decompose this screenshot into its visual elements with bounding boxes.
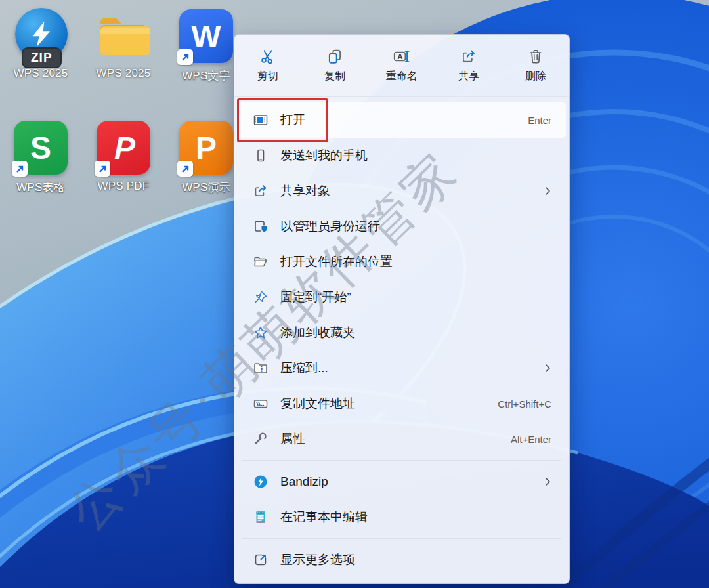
menu-item-compress-to[interactable]: 压缩到... bbox=[238, 350, 566, 386]
wrench-icon bbox=[252, 431, 269, 447]
wps-sheet-icon: S bbox=[14, 121, 68, 175]
icon-label: WPS PDF bbox=[83, 180, 164, 193]
copy-button[interactable]: 复制 bbox=[303, 38, 367, 93]
menu-item-bandizip[interactable]: Bandizip bbox=[238, 464, 566, 499]
icon-label: WPS 2025 bbox=[0, 67, 81, 80]
menu-item-edit-in-notepad[interactable]: 在记事本中编辑 bbox=[238, 499, 566, 535]
wps-show-icon: P bbox=[179, 121, 233, 175]
shortcut-arrow-icon bbox=[95, 161, 110, 177]
shortcut-arrow-icon bbox=[177, 49, 193, 65]
submenu-chevron-icon bbox=[542, 186, 553, 196]
desktop-icon-wps-zip[interactable]: ZIP WPS 2025 bbox=[0, 8, 81, 80]
notepad-icon bbox=[252, 509, 269, 525]
scissors-icon bbox=[259, 48, 276, 65]
star-icon bbox=[252, 325, 269, 341]
shortcut-hint: Ctrl+Shift+C bbox=[498, 398, 551, 410]
icon-label: WPS表格 bbox=[0, 180, 81, 195]
menu-item-send-to-phone[interactable]: 发送到我的手机 bbox=[238, 138, 566, 173]
menu-item-run-as-admin[interactable]: 以管理员身份运行 bbox=[238, 209, 566, 244]
admin-shield-icon bbox=[252, 219, 269, 234]
icon-label: WPS 2025 bbox=[83, 67, 164, 80]
wps-pdf-icon: P bbox=[97, 121, 150, 175]
desktop-icon-wps-sheet[interactable]: S WPS表格 bbox=[0, 119, 81, 195]
rename-icon: A bbox=[393, 48, 411, 65]
submenu-chevron-icon bbox=[542, 363, 553, 373]
trash-icon bbox=[527, 48, 544, 65]
menu-separator bbox=[242, 460, 561, 461]
menu-item-add-to-favorites[interactable]: 添加到收藏夹 bbox=[238, 315, 566, 350]
bandizip-icon bbox=[252, 474, 269, 490]
context-menu: 剪切 复制 A 重命名 共享 bbox=[234, 34, 570, 584]
more-options-icon bbox=[252, 552, 269, 568]
share-icon bbox=[252, 183, 269, 199]
quick-action-bar: 剪切 复制 A 重命名 共享 bbox=[234, 35, 569, 97]
open-folder-icon bbox=[252, 254, 269, 270]
menu-item-share-with[interactable]: 共享对象 bbox=[238, 173, 566, 209]
menu-item-properties[interactable]: 属性 Alt+Enter bbox=[238, 421, 566, 457]
shortcut-arrow-icon bbox=[12, 161, 28, 177]
folder-icon bbox=[95, 8, 152, 64]
menu-item-copy-file-path[interactable]: 复制文件地址 Ctrl+Shift+C bbox=[238, 386, 566, 421]
submenu-chevron-icon bbox=[542, 476, 553, 487]
share-button[interactable]: 共享 bbox=[437, 38, 501, 93]
menu-list: 打开 Enter 发送到我的手机 共享对象 bbox=[234, 97, 569, 580]
shortcut-hint: Enter bbox=[528, 115, 551, 126]
pin-icon bbox=[252, 289, 269, 305]
cut-button[interactable]: 剪切 bbox=[236, 38, 300, 93]
desktop-icon-wps-folder[interactable]: WPS 2025 bbox=[83, 8, 164, 80]
wps-writer-icon: W bbox=[179, 9, 233, 63]
share-icon bbox=[460, 48, 477, 65]
menu-item-open-file-location[interactable]: 打开文件所在的位置 bbox=[238, 244, 566, 280]
shortcut-hint: Alt+Enter bbox=[511, 434, 551, 445]
menu-item-pin-to-start[interactable]: 固定到“开始” bbox=[238, 280, 566, 315]
menu-item-open[interactable]: 打开 Enter bbox=[238, 102, 566, 138]
zip-folder-icon bbox=[252, 360, 269, 376]
copy-icon bbox=[326, 48, 343, 65]
delete-button[interactable]: 删除 bbox=[504, 38, 568, 93]
menu-item-show-more-options[interactable]: 显示更多选项 bbox=[238, 542, 566, 578]
rename-button[interactable]: A 重命名 bbox=[370, 38, 434, 93]
file-path-icon bbox=[252, 396, 269, 411]
desktop-icon-wps-pdf[interactable]: P WPS PDF bbox=[83, 119, 164, 193]
phone-icon bbox=[252, 148, 269, 163]
shortcut-arrow-icon bbox=[177, 161, 193, 177]
svg-text:A: A bbox=[398, 52, 403, 60]
app-window-icon bbox=[252, 112, 269, 128]
menu-separator bbox=[242, 538, 561, 539]
zip-badge: ZIP bbox=[22, 47, 62, 68]
